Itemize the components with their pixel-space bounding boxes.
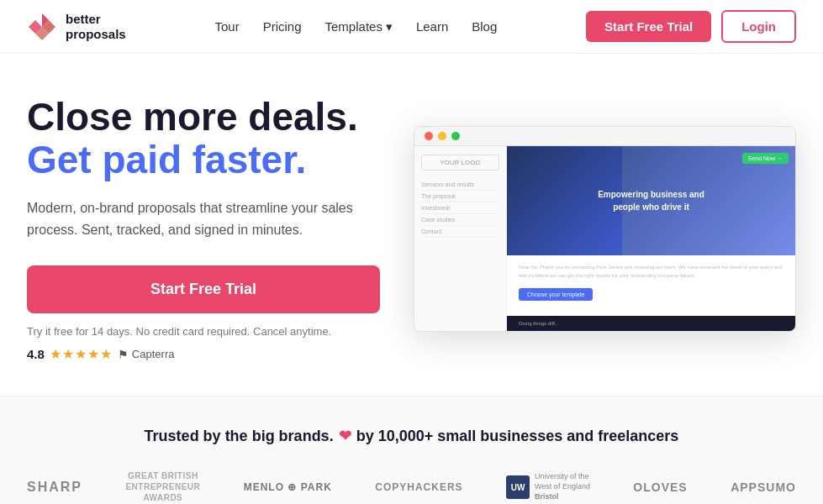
brands-row: SHARP GREAT BRITISHENTREPRENEURAWARDS ME… [27,470,796,503]
mock-choose-template-button: Choose your template [519,288,593,301]
heart-icon: ❤ [339,427,351,445]
mock-nav-item: Investment [421,202,499,214]
mock-main: Empowering business andpeople who drive … [507,146,795,331]
logo-text: betterproposals [66,12,126,42]
start-free-trial-hero-button[interactable]: Start Free Trial [27,265,380,313]
nav-blog[interactable]: Blog [472,19,497,34]
start-free-trial-button[interactable]: Start Free Trial [586,11,711,42]
hero-subtitle: Modern, on-brand proposals that streamli… [27,197,380,240]
trusted-section: Trusted by the big brands. ❤ by 10,000+ … [0,396,823,504]
trusted-title: Trusted by the big brands. ❤ by 10,000+ … [27,427,796,445]
mock-nav-item: Services and results [421,179,499,191]
brand-appsumo: APPSUMO [731,480,796,494]
mock-your-logo: YOUR LOGO [421,155,499,171]
mock-footer-text: Doing things diff... [519,321,559,326]
mock-hero-text: Empowering business andpeople who drive … [598,188,704,213]
mock-dot-red [425,132,433,140]
brand-menlo: MENLO ⊕ PARK [244,481,332,493]
mock-content: YOUR LOGO Services and results The propo… [414,146,795,331]
mock-nav-item: Case studies [421,214,499,226]
hero-rating: 4.8 ★★★★★ ⚑ Capterra [27,346,380,362]
mock-nav-item: The proposal [421,191,499,202]
nav-links: Tour Pricing Templates ▾ Learn Blog [214,19,497,34]
bristol-logo-svg: UW [510,480,525,495]
capterra-badge: ⚑ Capterra [118,348,175,361]
nav-pricing[interactable]: Pricing [263,19,302,34]
hero-fine-print: Try it free for 14 days. No credit card … [27,325,380,338]
logo[interactable]: betterproposals [27,12,126,42]
svg-text:UW: UW [511,483,525,492]
brand-bristol: UW University of theWest of EnglandBrist… [506,472,590,501]
mock-body-area: Dear Sir, Thank you for contacting Park … [507,255,795,316]
brand-oloves: OLOVES [633,480,687,494]
chevron-down-icon: ▾ [386,19,393,34]
mock-nav-item: Contact [421,226,499,238]
nav-tour[interactable]: Tour [214,19,239,34]
mock-dot-yellow [438,132,446,140]
logo-icon [27,12,57,42]
hero-title-black: Close more deals. [27,96,380,139]
rating-stars: ★★★★★ [50,346,113,362]
hero-left: Close more deals. Get paid faster. Moder… [27,96,380,362]
login-button[interactable]: Login [721,10,796,43]
brand-gbe: GREAT BRITISHENTREPRENEURAWARDS [125,470,200,503]
nav-templates[interactable]: Templates ▾ [325,19,393,34]
hero-section: Close more deals. Get paid faster. Moder… [0,54,823,396]
nav-actions: Start Free Trial Login [586,10,796,43]
hero-right: YOUR LOGO Services and results The propo… [414,126,796,332]
capterra-flag-icon: ⚑ [118,348,129,361]
mock-hero-image: Empowering business andpeople who drive … [507,146,795,255]
brand-bristol-icon: UW [506,475,530,499]
rating-score: 4.8 [27,347,45,361]
mock-sidebar: YOUR LOGO Services and results The propo… [414,146,507,331]
brand-sharp: SHARP [27,480,82,495]
hero-title-blue: Get paid faster. [27,139,380,181]
mock-footer: Doing things diff... [507,316,795,331]
nav-learn[interactable]: Learn [416,19,448,34]
mock-send-now-button: Send Now → [742,153,789,164]
brand-copyhackers: COPYHACKERS [375,481,462,493]
brand-bristol-text: University of theWest of EnglandBristol [535,472,590,501]
mock-top-bar [414,127,795,146]
navbar: betterproposals Tour Pricing Templates ▾… [0,0,823,54]
mock-body-text: Dear Sir, Thank you for contacting Park … [519,264,783,280]
mock-dot-green [451,132,460,140]
mock-ui: YOUR LOGO Services and results The propo… [414,126,796,332]
